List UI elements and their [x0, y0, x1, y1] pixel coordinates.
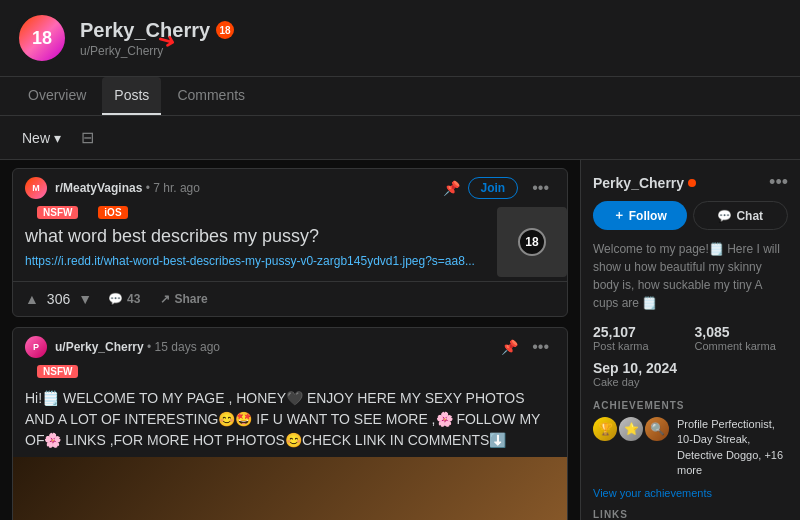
post-meta-text: r/MeatyVaginas • 7 hr. ago	[55, 181, 435, 195]
post-body: Hi!🗒️ WELCOME TO MY PAGE , HONEY🖤 ENJOY …	[13, 386, 567, 457]
sort-new-button[interactable]: New ▾	[16, 126, 67, 150]
links-section-title: LINKS	[593, 509, 788, 520]
achievement-text: Profile Perfectionist, 10-Day Streak, De…	[677, 417, 788, 479]
sidebar-username: Perky_Cherry	[593, 175, 696, 191]
share-icon: ↗	[160, 292, 170, 306]
post-card: M r/MeatyVaginas • 7 hr. ago 📌 Join ••• …	[12, 168, 568, 317]
achievement-icon-silver: ⭐	[619, 417, 643, 441]
comment-icon: 💬	[108, 292, 123, 306]
tab-overview[interactable]: Overview	[16, 77, 98, 115]
follow-button[interactable]: ＋ Follow	[593, 201, 687, 230]
achievements-row: 🏆 ⭐ 🔍 Profile Perfectionist, 10-Day Stre…	[593, 417, 788, 479]
avatar: 18	[16, 12, 68, 64]
achievement-icons: 🏆 ⭐ 🔍	[593, 417, 669, 441]
post-meta-text-2: u/Perky_Cherry • 15 days ago	[55, 340, 493, 354]
stat-post-karma: 25,107 Post karma	[593, 324, 687, 352]
post-card-2: P u/Perky_Cherry • 15 days ago 📌 ••• NSF…	[12, 327, 568, 520]
subreddit-avatar-2: P	[25, 336, 47, 358]
stats-row: 25,107 Post karma 3,085 Comment karma Se…	[593, 324, 788, 388]
sidebar-actions: ＋ Follow 💬 Chat	[593, 201, 788, 230]
profile-username: Perky_Cherry 18	[80, 19, 784, 42]
profile-header: 18 Perky_Cherry 18 u/Perky_Cherry ➜	[0, 0, 800, 77]
join-button[interactable]: Join	[468, 177, 519, 199]
post-link[interactable]: https://i.redd.it/what-word-best-describ…	[25, 254, 487, 274]
follow-icon: ＋	[613, 207, 625, 224]
layout-toggle-button[interactable]: ⊟	[75, 124, 100, 151]
post-meta: M r/MeatyVaginas • 7 hr. ago 📌 Join •••	[13, 169, 567, 203]
downvote-button[interactable]: ▼	[74, 289, 96, 309]
post-image-preview	[13, 457, 567, 520]
upvote-button[interactable]: ▲	[21, 289, 43, 309]
achievements-section-title: ACHIEVEMENTS	[593, 400, 788, 411]
vote-section: ▲ 306 ▼	[21, 289, 96, 309]
nav-tabs: Overview Posts Comments	[0, 77, 800, 116]
more-options-button-2[interactable]: •••	[526, 336, 555, 358]
sidebar-profile: Perky_Cherry •••	[593, 172, 788, 193]
profile-handle: u/Perky_Cherry	[80, 44, 784, 58]
nsfw-tag-2: NSFW	[37, 365, 78, 378]
post-meta-2: P u/Perky_Cherry • 15 days ago 📌 •••	[13, 328, 567, 362]
sidebar: Perky_Cherry ••• ＋ Follow 💬 Chat Welcome…	[580, 160, 800, 520]
achievement-icon-gold: 🏆	[593, 417, 617, 441]
sidebar-more-options[interactable]: •••	[769, 172, 788, 193]
karma-badge: 18	[216, 21, 234, 39]
nsfw-tag: NSFW	[37, 206, 78, 219]
post-thumbnail: 18	[497, 207, 567, 277]
main-content: M r/MeatyVaginas • 7 hr. ago 📌 Join ••• …	[0, 160, 800, 520]
tab-comments[interactable]: Comments	[165, 77, 257, 115]
chat-button[interactable]: 💬 Chat	[693, 201, 789, 230]
more-options-button[interactable]: •••	[526, 177, 555, 199]
ios-tag: iOS	[98, 206, 127, 219]
view-achievements-link[interactable]: View your achievements	[593, 487, 788, 499]
comments-button[interactable]: 💬 43	[100, 288, 148, 310]
posts-feed: M r/MeatyVaginas • 7 hr. ago 📌 Join ••• …	[0, 160, 580, 520]
online-indicator	[688, 179, 696, 187]
stat-comment-karma: 3,085 Comment karma	[695, 324, 789, 352]
age-badge: 18	[518, 228, 546, 256]
sidebar-bio: Welcome to my page!🗒️ Here I will show u…	[593, 240, 788, 312]
chat-icon: 💬	[717, 209, 732, 223]
subreddit-avatar: M	[25, 177, 47, 199]
pin-icon: 📌	[443, 180, 460, 196]
share-button[interactable]: ↗ Share	[152, 288, 215, 310]
stat-cake-day: Sep 10, 2024 Cake day	[593, 360, 788, 388]
pin-icon-2: 📌	[501, 339, 518, 355]
tab-posts[interactable]: Posts	[102, 77, 161, 115]
post-title: what word best describes my pussy?	[25, 223, 487, 254]
achievement-icon-bronze: 🔍	[645, 417, 669, 441]
sort-bar: New ▾ ⊟	[0, 116, 800, 160]
profile-info: Perky_Cherry 18 u/Perky_Cherry	[80, 19, 784, 58]
post-actions: ▲ 306 ▼ 💬 43 ↗ Share	[13, 281, 567, 316]
